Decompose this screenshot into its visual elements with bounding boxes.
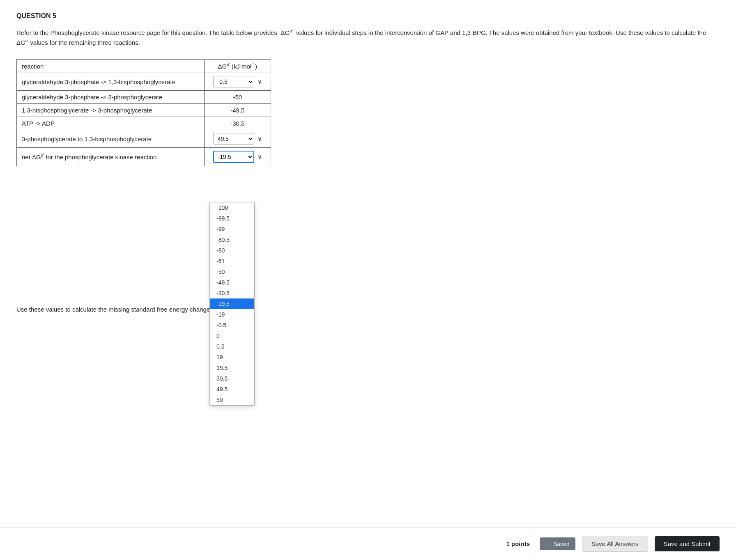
dropdown-option[interactable]: -30.5 <box>210 288 254 298</box>
question-text: Refer to the Phosphoglycerate kinase res… <box>16 28 720 48</box>
save-submit-button[interactable]: Save and Submit <box>655 536 720 551</box>
row-value-4: -30.5 <box>204 117 271 130</box>
dropdown-option[interactable]: -19 <box>210 309 254 320</box>
dropdown-option[interactable]: 19.5 <box>210 363 254 373</box>
select-row6[interactable]: -19.5 <box>213 151 254 163</box>
points-label: 1 points <box>506 540 530 547</box>
dropdown-option[interactable]: 0 <box>210 330 254 341</box>
dropdown-option[interactable]: -80.5 <box>210 234 254 245</box>
dropdown-option[interactable]: -99 <box>210 224 254 234</box>
table-row: glyceraldehyde 3-phosphate -> 3-phosphog… <box>17 91 271 104</box>
table-row: net ΔGo′ for the phosphoglycerate kinase… <box>17 148 271 166</box>
check-icon: ✓ <box>545 540 551 548</box>
dropdown-option[interactable]: 0.5 <box>210 341 254 352</box>
row-reaction-5: 3-phosphoglycerate to 1,3-bisphosphoglyc… <box>17 130 205 148</box>
row-value-3: -49.5 <box>204 104 271 117</box>
dropdown-option[interactable]: -50 <box>210 266 254 277</box>
table-row: 1,3-bisphosphoglycerate -> 3-phosphoglyc… <box>17 104 271 117</box>
row-value-2: -50 <box>204 91 271 104</box>
dropdown-option[interactable]: 19 <box>210 352 254 363</box>
table-header-dg: ΔGo′ (kJ·mol-1) <box>204 60 271 73</box>
row-value-6[interactable]: -19.5 ∨ <box>204 148 271 166</box>
bottom-bar: 1 points ✓ Saved Save All Answers Save a… <box>0 527 736 560</box>
select-row5[interactable]: 49.5 <box>213 133 254 145</box>
saved-badge: ✓ Saved <box>540 537 575 550</box>
dropdown-option[interactable]: -61 <box>210 256 254 266</box>
use-values-text: Use these values to calculate the missin… <box>16 306 720 313</box>
dropdown-option[interactable]: -80 <box>210 245 254 256</box>
dropdown-open-overlay[interactable]: -100-99.5-99-80.5-80-61-50-49.5-30.5-19.… <box>209 202 255 406</box>
row-reaction-2: glyceraldehyde 3-phosphate -> 3-phosphog… <box>17 91 205 104</box>
row-value-5[interactable]: 49.5 ∨ <box>204 130 271 148</box>
dropdown-option[interactable]: 49.5 <box>210 384 254 395</box>
table-row: glyceraldehyde 3-phosphate -> 1,3-bispho… <box>17 73 271 91</box>
row-value-1[interactable]: -0.5 ∨ <box>204 73 271 91</box>
dropdown-option[interactable]: -0.5 <box>210 320 254 330</box>
row-reaction-6: net ΔGo′ for the phosphoglycerate kinase… <box>17 148 205 166</box>
save-all-button[interactable]: Save All Answers <box>582 536 648 552</box>
table-row: ATP -> ADP -30.5 <box>17 117 271 130</box>
dropdown-option[interactable]: -100 <box>210 202 254 213</box>
row-reaction-4: ATP -> ADP <box>17 117 205 130</box>
row-reaction-1: glyceraldehyde 3-phosphate -> 1,3-bispho… <box>17 73 205 91</box>
row-reaction-3: 1,3-bisphosphoglycerate -> 3-phosphoglyc… <box>17 104 205 117</box>
dropdown-option[interactable]: -19.5 <box>210 298 254 309</box>
table-header-reaction: reaction <box>17 60 205 73</box>
question-title: QUESTION 5 <box>16 12 720 20</box>
dropdown-option[interactable]: 30.5 <box>210 373 254 384</box>
table-row: 3-phosphoglycerate to 1,3-bisphosphoglyc… <box>17 130 271 148</box>
dropdown-option[interactable]: -99.5 <box>210 213 254 224</box>
dropdown-option[interactable]: -49.5 <box>210 277 254 288</box>
dropdown-option[interactable]: 50 <box>210 395 254 405</box>
saved-label: Saved <box>553 541 570 547</box>
reactions-table: reaction ΔGo′ (kJ·mol-1) glyceraldehyde … <box>16 59 271 166</box>
select-row1[interactable]: -0.5 <box>213 76 254 87</box>
